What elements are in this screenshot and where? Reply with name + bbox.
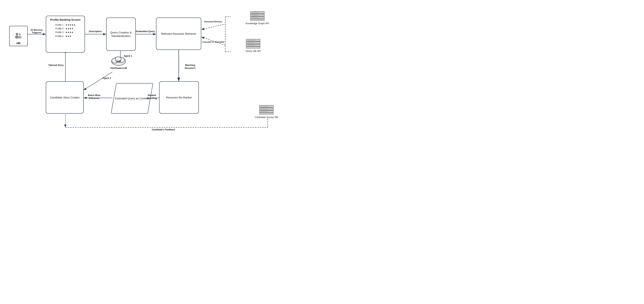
svg-line-13 [84,72,112,90]
candidates-feedback-label: Candidate's Feedback [152,128,176,131]
svg-rect-46 [260,113,274,114]
agent1-label: Agent 1 [122,54,134,58]
profile-1: Profile 1 : ★★★★★ [55,23,75,27]
svg-text:LLM: LLM [116,60,121,62]
profile-ranking-box: Profile Ranking Screen Profile 1 : ★★★★★… [46,16,85,53]
jd-matching-label: JD Matching Triggered [28,29,45,34]
svg-line-6 [201,24,225,30]
vector-db-label: Vector DB API [246,50,261,53]
knowledge-graph-icon [250,11,265,21]
agent2-label: Agent 2 [101,77,112,80]
candidate-survey-label: Candidate Survey DB [255,116,278,119]
hr-label: HR [16,42,20,45]
vector-db-icon [246,39,260,49]
profile-list: Profile 1 : ★★★★★ Profile 2 : ★★★★ Profi… [55,23,75,38]
llm-label: FineTuned LLM [110,67,127,70]
tailored-story-label: Tailored Story [48,64,64,67]
candidate-survey-db: Candidate Survey DB [255,105,278,119]
description-label: Description [86,30,104,33]
svg-point-22 [19,34,21,36]
profile-3: Profile 3 : ★★★★ [55,30,75,34]
extracted-resume-label: Extracted Resume [201,20,225,23]
matching-resumes-label: Matching Resume's [180,64,200,70]
batch-wise-label: Batch Wise Inference [84,94,104,100]
relevant-resumes-box: Relevant Resumes Retriever [156,18,201,50]
embedded-query-label: Embedded Query [136,30,155,33]
architecture-diagram: HR JD Matching Triggered Profile Ranking… [0,0,322,152]
svg-rect-34 [246,47,260,48]
resumes-reranker-box: Resumes Re-Ranker [159,81,199,114]
vector-db: Vector DB API [246,39,261,53]
profile-ranking-title: Profile Ranking Screen [50,18,80,22]
hr-actor: HR [9,26,28,46]
ranked-matching-label: Ranked Matching [144,94,160,100]
profile-4: Profile 4 : ★★★ [55,34,75,38]
concated-label: Concated or Cascaded [201,41,225,43]
knowledge-graph-db: Knowledge Graph API [246,11,269,25]
svg-point-20 [16,33,18,36]
candidate-story-box: Candidate Story Creator [46,81,84,114]
hr-icon [14,31,23,41]
query-creation-box: Query Creation & Standardization [106,18,136,51]
svg-point-23 [18,36,22,38]
candidate-survey-icon [259,105,274,115]
knowledge-graph-label: Knowledge Graph API [246,22,269,25]
svg-rect-27 [250,19,264,21]
profile-2: Profile 2 : ★★★★ [55,27,75,30]
